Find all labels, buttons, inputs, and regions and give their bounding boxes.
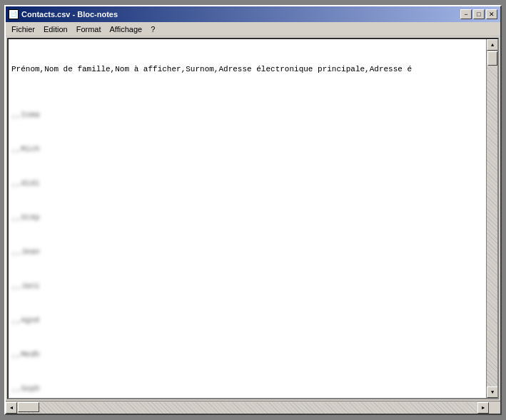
scroll-thumb-h[interactable] bbox=[18, 402, 39, 412]
scroll-track-h[interactable] bbox=[17, 402, 477, 414]
editor-area: Prénom,Nom de famille,Nom à afficher,Sur… bbox=[7, 38, 499, 399]
title-bar-controls: − □ ✕ bbox=[460, 9, 497, 19]
scroll-track-v[interactable] bbox=[487, 51, 497, 386]
scroll-thumb-v[interactable] bbox=[487, 51, 497, 66]
title-bar: 📄 Contacts.csv - Bloc-notes − □ ✕ bbox=[6, 6, 500, 22]
line-9: ,,Soph bbox=[11, 383, 483, 394]
text-content[interactable]: Prénom,Nom de famille,Nom à afficher,Sur… bbox=[9, 39, 486, 398]
menu-aide[interactable]: ? bbox=[146, 24, 159, 35]
line-6: ,,Jani bbox=[11, 280, 483, 292]
title-bar-text: 📄 Contacts.csv - Bloc-notes bbox=[9, 9, 118, 19]
size-grip bbox=[489, 401, 500, 412]
window-title: Contacts.csv - Bloc-notes bbox=[21, 10, 118, 19]
close-button[interactable]: ✕ bbox=[486, 9, 497, 19]
horizontal-scrollbar[interactable]: ◄ ► bbox=[6, 401, 489, 414]
bottom-area: ◄ ► bbox=[6, 401, 500, 414]
menu-fichier[interactable]: Fichier bbox=[7, 24, 39, 35]
line-3: ,,didi bbox=[11, 178, 483, 189]
main-window: 📄 Contacts.csv - Bloc-notes − □ ✕ Fichie… bbox=[4, 5, 502, 415]
scroll-right-button[interactable]: ► bbox=[477, 402, 489, 414]
header-line: Prénom,Nom de famille,Nom à afficher,Sur… bbox=[11, 63, 483, 75]
scroll-left-button[interactable]: ◄ bbox=[6, 402, 17, 414]
menu-edition[interactable]: Edition bbox=[39, 24, 72, 35]
minimize-button[interactable]: − bbox=[460, 9, 472, 19]
line-4: ,,Stép bbox=[11, 212, 483, 223]
maximize-button[interactable]: □ bbox=[473, 9, 485, 19]
line-7: ,,Agné bbox=[11, 314, 483, 326]
vertical-scrollbar[interactable]: ▲ ▼ bbox=[486, 39, 497, 398]
scroll-up-button[interactable]: ▲ bbox=[487, 39, 498, 51]
line-8: ,,Medh bbox=[11, 349, 483, 360]
app-icon: 📄 bbox=[9, 9, 19, 19]
menu-affichage[interactable]: Affichage bbox=[106, 24, 147, 35]
line-2: ,,Mich bbox=[11, 143, 483, 155]
menu-format[interactable]: Format bbox=[72, 24, 106, 35]
scroll-down-button[interactable]: ▼ bbox=[487, 386, 498, 398]
line-5: ,,Jean bbox=[11, 246, 483, 257]
menu-bar: Fichier Edition Format Affichage ? bbox=[6, 22, 500, 36]
line-1: ,,Isma bbox=[11, 109, 483, 121]
